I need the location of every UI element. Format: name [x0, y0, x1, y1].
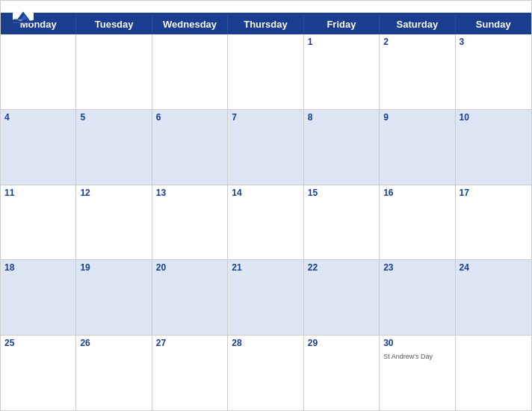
day-cell — [76, 34, 152, 109]
day-cell: 25 — [1, 336, 76, 410]
day-number: 26 — [80, 338, 147, 348]
day-number: 29 — [308, 338, 375, 348]
day-header-friday: Friday — [304, 14, 380, 34]
day-cell: 17 — [456, 185, 531, 260]
day-number: 2 — [383, 37, 451, 47]
week-row-2: 45678910 — [1, 110, 531, 185]
day-cell: 22 — [304, 260, 380, 335]
day-cell: 3 — [456, 34, 531, 109]
day-number: 5 — [80, 112, 147, 123]
day-cell: 10 — [456, 110, 531, 185]
day-cell — [228, 34, 303, 109]
day-number: 16 — [383, 188, 451, 198]
day-cell: 8 — [304, 110, 380, 185]
day-number: 3 — [460, 37, 528, 47]
day-cell: 12 — [76, 185, 152, 260]
day-cell: 23 — [380, 260, 455, 335]
week-row-1: 123 — [1, 34, 531, 110]
day-cell: 13 — [152, 185, 228, 260]
day-number: 15 — [308, 188, 375, 198]
day-cell: 7 — [228, 110, 303, 185]
day-header-sunday: Sunday — [456, 14, 531, 34]
day-header-thursday: Thursday — [228, 14, 303, 34]
day-cell: 4 — [1, 110, 76, 185]
day-cell: 30St Andrew's Day — [380, 336, 455, 410]
day-cell: 15 — [304, 185, 380, 260]
day-number: 24 — [460, 262, 528, 273]
day-number: 27 — [156, 338, 223, 348]
week-row-5: 252627282930St Andrew's Day — [1, 336, 531, 410]
calendar-header — [1, 1, 531, 13]
day-number: 4 — [4, 112, 72, 123]
day-number: 17 — [460, 188, 528, 198]
day-cell: 16 — [380, 185, 455, 260]
day-cell: 28 — [228, 336, 303, 410]
day-number: 9 — [383, 112, 451, 123]
day-number: 1 — [308, 37, 375, 47]
day-number: 22 — [308, 262, 375, 273]
day-cell: 2 — [380, 34, 455, 109]
day-cell: 14 — [228, 185, 303, 260]
logo — [13, 8, 34, 25]
day-cell — [152, 34, 228, 109]
day-cell: 1 — [304, 34, 380, 109]
day-number: 23 — [383, 262, 451, 273]
day-cell: 5 — [76, 110, 152, 185]
day-number: 7 — [232, 112, 299, 123]
day-header-saturday: Saturday — [380, 14, 455, 34]
day-header-wednesday: Wednesday — [152, 14, 228, 34]
day-cell — [456, 336, 531, 410]
day-number: 10 — [460, 112, 528, 123]
day-cell: 19 — [76, 260, 152, 335]
day-cell — [1, 34, 76, 109]
day-number: 21 — [232, 262, 299, 273]
calendar: MondayTuesdayWednesdayThursdayFridaySatu… — [0, 0, 532, 411]
day-headers-row: MondayTuesdayWednesdayThursdayFridaySatu… — [1, 14, 531, 34]
day-number: 18 — [4, 262, 72, 273]
day-number: 25 — [4, 338, 72, 348]
calendar-grid: MondayTuesdayWednesdayThursdayFridaySatu… — [1, 13, 531, 410]
day-cell: 29 — [304, 336, 380, 410]
day-cell: 20 — [152, 260, 228, 335]
day-cell: 11 — [1, 185, 76, 260]
day-number: 20 — [156, 262, 223, 273]
day-number: 13 — [156, 188, 223, 198]
day-number: 19 — [80, 262, 147, 273]
weeks-container: 1234567891011121314151617181920212223242… — [1, 34, 531, 410]
day-number: 12 — [80, 188, 147, 198]
day-cell: 9 — [380, 110, 455, 185]
day-number: 11 — [4, 188, 72, 198]
day-cell: 27 — [152, 336, 228, 410]
day-cell: 6 — [152, 110, 228, 185]
day-cell: 24 — [456, 260, 531, 335]
day-number: 30 — [383, 338, 451, 348]
day-number: 6 — [156, 112, 223, 123]
logo-icon — [13, 8, 34, 23]
week-row-3: 11121314151617 — [1, 185, 531, 261]
day-cell: 21 — [228, 260, 303, 335]
day-number: 28 — [232, 338, 299, 348]
day-number: 14 — [232, 188, 299, 198]
day-number: 8 — [308, 112, 375, 123]
day-header-tuesday: Tuesday — [76, 14, 152, 34]
day-event: St Andrew's Day — [383, 353, 433, 360]
day-cell: 26 — [76, 336, 152, 410]
week-row-4: 18192021222324 — [1, 260, 531, 336]
day-cell: 18 — [1, 260, 76, 335]
